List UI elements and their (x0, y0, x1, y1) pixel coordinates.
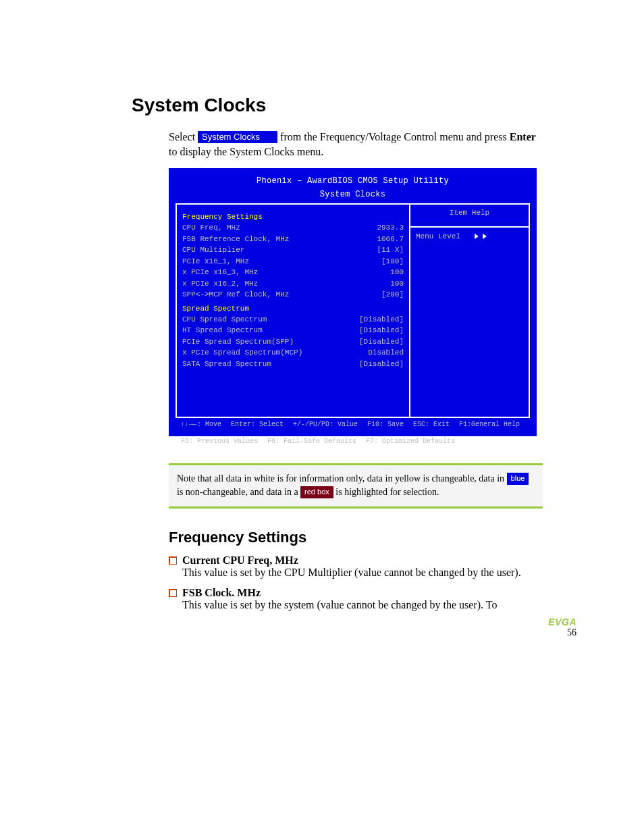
intro-highlight-chip: System Clocks (198, 131, 277, 143)
bios-footer-hints: ↑↓→←: Move Enter: Select +/-/PU/PD: Valu… (176, 418, 530, 445)
subsection-title: Frequency Settings (169, 529, 543, 546)
bios-hint: ↑↓→←: Move (181, 421, 221, 428)
bios-help-title: Item Help (410, 205, 529, 228)
bios-row-value: [200] (381, 289, 404, 301)
bios-row-value: 1066.7 (377, 234, 404, 245)
bios-row-value: [Disabled] (359, 314, 404, 325)
bios-hint: Enter: Select (231, 421, 284, 428)
note-text: is non-changeable, and data in a (177, 487, 298, 497)
bios-row-label: CPU Multiplier (182, 244, 244, 256)
note-text: is highlighted for selection. (336, 487, 439, 497)
bios-section-heading-1: Spread Spectrum (182, 305, 404, 313)
note-text: Note that all data in white is for infor… (177, 473, 504, 484)
intro-pre: Select (169, 131, 195, 142)
bios-hint: F7: Optimized Defaults (366, 438, 455, 445)
square-bullet-icon (169, 589, 177, 597)
bios-row-value: [100] (381, 256, 404, 267)
bios-hint: +/-/PU/PD: Value (293, 421, 358, 428)
bios-row-value: 100 (390, 278, 404, 290)
section-title: System Clocks (132, 95, 543, 116)
bios-hint: F6: Fail-Safe Defaults (267, 438, 356, 445)
square-bullet-icon (169, 556, 177, 565)
page-number: 56 (548, 627, 576, 638)
bios-hint: F5: Previous Values (181, 438, 258, 445)
intro-mid: from the Frequency/Voltage Control menu … (280, 131, 507, 142)
intro-tail: to display the System Clocks menu. (169, 146, 323, 157)
bios-hint: F10: Save (367, 421, 404, 428)
bios-hint: ESC: Exit (413, 421, 450, 428)
bios-row-value: [Disabled] (359, 325, 404, 336)
bios-section-heading-0: Frequency Settings (182, 213, 404, 221)
brand-logo-text: EVGA (548, 617, 576, 627)
list-item: Current CPU Freq, MHz This value is set … (169, 554, 543, 579)
bios-row-value: [Disabled] (359, 336, 404, 348)
page-footer: EVGA 56 (548, 617, 576, 638)
item-heading: Current CPU Freq, MHz (182, 554, 298, 567)
note-box: Note that all data in white is for infor… (169, 463, 543, 509)
bios-row-label: SATA Spread Spectrum (182, 359, 271, 370)
item-body: This value is set by the system (value c… (182, 599, 543, 611)
bios-row-value: 100 (390, 267, 404, 278)
bios-right-pane: Item Help Menu Level (410, 205, 529, 417)
intro-paragraph: Select System Clocks from the Frequency/… (169, 130, 543, 159)
item-body: This value is set by the CPU Multiplier … (182, 567, 543, 579)
bios-screenshot: Phoenix – AwardBIOS CMOS Setup Utility S… (169, 168, 537, 436)
bios-row-label: FSB Reference Clock, MHz (182, 234, 289, 245)
bios-hint: F1:General Help (459, 421, 520, 428)
bios-row-label: PCIe Spread Spectrum(SPP) (182, 336, 294, 348)
bios-row-label: x PCIe x16_2, MHz (182, 278, 258, 290)
bios-left-pane: Frequency Settings CPU Freq, MHz2933.3 F… (177, 205, 410, 417)
bios-row-label: CPU Freq, MHz (182, 222, 240, 234)
bios-row-label: x PCIe Spread Spectrum(MCP) (182, 347, 302, 359)
bios-row-value: Disabled (368, 347, 404, 359)
red-chip: red box (300, 486, 333, 498)
bios-row-label: CPU Spread Spectrum (182, 314, 267, 325)
bios-row-label: x PCIe x16_3, MHz (182, 267, 258, 278)
help-arrow-icon (483, 234, 487, 239)
bios-row-label: SPP<->MCP Ref Clock, MHz (182, 289, 289, 301)
bios-row-value: [Disabled] (359, 359, 404, 370)
bios-utility-name: Phoenix – AwardBIOS CMOS Setup Utility (176, 175, 530, 190)
bios-menu-title: System Clocks (176, 190, 530, 203)
bios-row-value: [11 X] (377, 244, 404, 256)
help-arrow-icon (475, 234, 479, 239)
bios-row-label: PCIe x16_1, MHz (182, 256, 249, 267)
bios-row-value: 2933.3 (377, 222, 404, 234)
item-heading: FSB Clock. MHz (182, 587, 261, 599)
list-item: FSB Clock. MHz This value is set by the … (169, 587, 543, 611)
enter-key: Enter (510, 131, 536, 142)
bios-row-label: HT Spread Spectrum (182, 325, 263, 336)
bios-menu-level-label: Menu Level (416, 232, 460, 242)
blue-chip: blue (507, 473, 529, 485)
